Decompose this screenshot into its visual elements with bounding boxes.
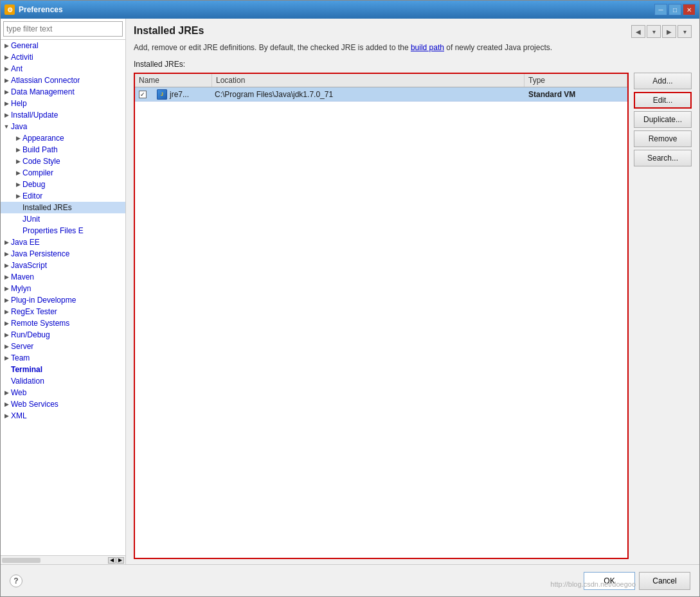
sidebar-item-ant[interactable]: Ant: [1, 63, 125, 75]
footer: ? http://blog.csdn.net/doegoo OK Cancel: [1, 564, 699, 596]
sidebar-item-debug[interactable]: Debug: [1, 179, 125, 190]
jre-table: Name Location Type ✓ J jre7...: [134, 73, 629, 559]
app-icon: ⚙: [4, 4, 15, 15]
sidebar-item-java[interactable]: Java: [1, 121, 125, 132]
scroll-left[interactable]: ◀: [108, 557, 116, 564]
sidebar-item-activiti[interactable]: Activiti: [1, 51, 125, 63]
sidebar-item-junit[interactable]: JUnit: [1, 213, 125, 225]
nav-arrows: ◀ ▾ ▶ ▾: [631, 25, 692, 38]
sidebar-item-appearance[interactable]: Appearance: [1, 132, 125, 144]
row-name: J jre7...: [153, 88, 211, 101]
installed-label: Installed JREs:: [134, 60, 692, 69]
jre-icon: J: [157, 89, 167, 100]
edit-button[interactable]: Edit...: [634, 92, 692, 109]
back-button[interactable]: ◀: [631, 25, 645, 38]
sidebar-item-terminal[interactable]: Terminal: [1, 364, 125, 375]
sidebar-item-java-ee[interactable]: Java EE: [1, 236, 125, 248]
minimize-button[interactable]: ─: [654, 4, 667, 15]
sidebar-item-mylyn[interactable]: Mylyn: [1, 283, 125, 294]
sidebar-item-compiler[interactable]: Compiler: [1, 167, 125, 179]
scrollbar-arrows: ◀ ▶: [108, 557, 124, 564]
description-text2: of newly created Java projects.: [446, 43, 552, 52]
sidebar-item-general[interactable]: General: [1, 40, 125, 51]
watermark: http://blog.csdn.net/doegoo: [550, 580, 636, 588]
col-type: Type: [525, 74, 627, 87]
main-panel: Installed JREs ◀ ▾ ▶ ▾ Add, remove or ed…: [126, 19, 699, 564]
search-button[interactable]: Search...: [634, 150, 692, 166]
nav-dropdown-button[interactable]: ▾: [647, 25, 661, 38]
nav-menu-button[interactable]: ▾: [678, 25, 692, 38]
search-box: [1, 19, 125, 40]
col-location: Location: [212, 74, 525, 87]
sidebar-item-maven[interactable]: Maven: [1, 271, 125, 283]
window-title: Preferences: [19, 5, 654, 14]
side-buttons: Add... Edit... Duplicate... Remove Searc…: [634, 73, 692, 559]
preferences-window: ⚙ Preferences ─ □ ✕ GeneralActivitiAntAt…: [0, 0, 700, 597]
col-name: Name: [135, 74, 212, 87]
jre-checkbox[interactable]: ✓: [139, 91, 147, 98]
sidebar-item-java-persistence[interactable]: Java Persistence: [1, 248, 125, 260]
content-area: GeneralActivitiAntAtlassian ConnectorDat…: [1, 19, 699, 564]
sidebar-item-atlassian[interactable]: Atlassian Connector: [1, 75, 125, 86]
sidebar-item-editor[interactable]: Editor: [1, 190, 125, 202]
duplicate-button[interactable]: Duplicate...: [634, 111, 692, 128]
row-type: Standard VM: [525, 89, 627, 100]
forward-button[interactable]: ▶: [662, 25, 676, 38]
sidebar-item-properties-files[interactable]: Properties Files E: [1, 225, 125, 236]
search-input[interactable]: [3, 21, 123, 37]
sidebar-item-server[interactable]: Server: [1, 341, 125, 352]
table-row[interactable]: ✓ J jre7... C:\Program Files\Java\jdk1.7…: [135, 87, 627, 102]
page-title: Installed JREs: [134, 25, 204, 37]
sidebar-item-remote-systems[interactable]: Remote Systems: [1, 317, 125, 329]
tree-area: GeneralActivitiAntAtlassian ConnectorDat…: [1, 40, 125, 555]
sidebar-item-install-update[interactable]: Install/Update: [1, 109, 125, 121]
sidebar-item-data-management[interactable]: Data Management: [1, 86, 125, 98]
window-controls: ─ □ ✕: [654, 4, 696, 15]
sidebar-item-run-debug[interactable]: Run/Debug: [1, 329, 125, 341]
sidebar-item-installed-jres[interactable]: Installed JREs: [1, 202, 125, 213]
close-button[interactable]: ✕: [683, 4, 696, 15]
title-bar: ⚙ Preferences ─ □ ✕: [1, 1, 699, 19]
row-location: C:\Program Files\Java\jdk1.7.0_71: [211, 89, 525, 100]
add-button[interactable]: Add...: [634, 73, 692, 89]
sidebar-item-build-path[interactable]: Build Path: [1, 144, 125, 156]
sidebar-item-code-style[interactable]: Code Style: [1, 156, 125, 167]
sidebar-item-regex-tester[interactable]: RegEx Tester: [1, 306, 125, 317]
description: Add, remove or edit JRE definitions. By …: [134, 42, 692, 53]
table-and-buttons: Name Location Type ✓ J jre7...: [134, 73, 692, 559]
help-button[interactable]: ?: [10, 575, 22, 587]
main-header: Installed JREs ◀ ▾ ▶ ▾: [134, 25, 692, 38]
row-checkbox-cell: ✓: [135, 89, 153, 100]
sidebar-item-help[interactable]: Help: [1, 98, 125, 109]
sidebar-item-validation[interactable]: Validation: [1, 375, 125, 387]
maximize-button[interactable]: □: [669, 4, 681, 15]
table-header: Name Location Type: [135, 74, 627, 87]
jre-name-text: jre7...: [170, 90, 189, 99]
remove-button[interactable]: Remove: [634, 130, 692, 147]
build-path-link[interactable]: build path: [411, 43, 444, 52]
scroll-right[interactable]: ▶: [116, 557, 124, 564]
sidebar-item-plug-in-dev[interactable]: Plug-in Developme: [1, 294, 125, 306]
sidebar-item-web[interactable]: Web: [1, 387, 125, 398]
sidebar-item-xml[interactable]: XML: [1, 410, 125, 422]
sidebar: GeneralActivitiAntAtlassian ConnectorDat…: [1, 19, 126, 564]
footer-left: ?: [10, 575, 22, 587]
description-text1: Add, remove or edit JRE definitions. By …: [134, 43, 409, 52]
sidebar-scrollbar[interactable]: ◀ ▶: [1, 555, 125, 564]
cancel-button[interactable]: Cancel: [639, 572, 690, 590]
scrollbar-thumb[interactable]: [2, 558, 40, 563]
table-body: ✓ J jre7... C:\Program Files\Java\jdk1.7…: [135, 87, 627, 558]
sidebar-item-web-services[interactable]: Web Services: [1, 398, 125, 410]
sidebar-item-team[interactable]: Team: [1, 352, 125, 364]
sidebar-item-javascript[interactable]: JavaScript: [1, 260, 125, 271]
